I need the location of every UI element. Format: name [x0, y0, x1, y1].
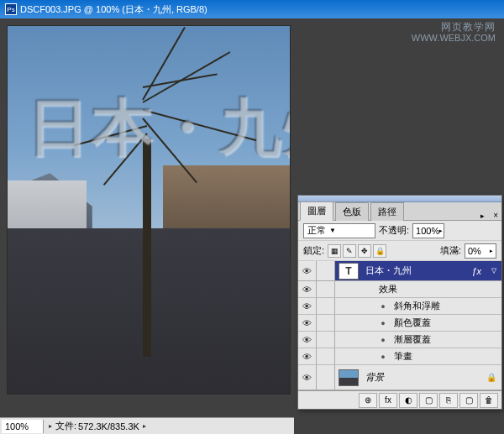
effect-name: 筆畫: [391, 350, 501, 363]
panel-tabs: 圖層 色版 路徑 ▸ ×: [298, 202, 501, 221]
chevron-down-icon: ▼: [329, 227, 336, 234]
adjustment-layer-button[interactable]: ▢: [419, 393, 438, 408]
layer-mask-button[interactable]: ◐: [399, 393, 417, 408]
layer-name[interactable]: 日本・九州: [362, 264, 466, 277]
effect-name: 斜角和浮雕: [391, 300, 501, 312]
lock-icon: 🔒: [481, 373, 501, 382]
link-cell[interactable]: [317, 365, 335, 390]
lock-pixels-button[interactable]: ✎: [343, 244, 356, 258]
opacity-input[interactable]: 100%▸: [412, 223, 444, 238]
chevron-right-icon: ▸: [439, 227, 443, 234]
layer-list: 👁 T 日本・九州 ƒx ▽ 👁 效果 👁 ● 斜角和浮雕 👁: [298, 261, 501, 390]
effect-name: 顏色覆蓋: [391, 316, 501, 329]
panel-close-icon[interactable]: ×: [490, 211, 501, 220]
visibility-toggle[interactable]: 👁: [298, 281, 317, 297]
chevron-right-icon: ▸: [490, 248, 493, 254]
bullet-icon: ●: [375, 336, 391, 344]
layer-name[interactable]: 背景: [362, 371, 481, 384]
visibility-toggle[interactable]: 👁: [298, 348, 317, 364]
tab-layers[interactable]: 圖層: [300, 201, 333, 221]
layer-text[interactable]: 👁 T 日本・九州 ƒx ▽: [298, 261, 501, 281]
text-layer-overlay: 日本・九州: [28, 86, 290, 170]
tab-paths[interactable]: 路徑: [370, 202, 404, 221]
text-layer-thumb: T: [339, 263, 359, 280]
fx-collapse-icon[interactable]: ▽: [486, 267, 501, 275]
effect-gradient-overlay[interactable]: 👁 ● 漸層覆蓋: [298, 332, 501, 348]
fill-input[interactable]: 0%▸: [465, 243, 496, 259]
lock-label: 鎖定:: [303, 244, 324, 257]
lock-buttons: ▦ ✎ ✥ 🔒: [328, 244, 386, 258]
group-button[interactable]: ⎘: [439, 393, 458, 408]
new-layer-button[interactable]: ▢: [459, 393, 478, 408]
delete-layer-button[interactable]: 🗑: [480, 393, 498, 408]
bullet-icon: ●: [375, 319, 391, 327]
effects-label: 效果: [375, 283, 501, 295]
effect-name: 漸層覆蓋: [391, 333, 501, 346]
doc-size-label: 文件:: [55, 420, 76, 432]
blend-mode-select[interactable]: 正常▼: [303, 223, 375, 238]
link-cell[interactable]: [317, 261, 335, 280]
fx-badge[interactable]: ƒx: [466, 266, 486, 276]
visibility-toggle[interactable]: 👁: [298, 332, 317, 348]
lock-transparency-button[interactable]: ▦: [328, 244, 341, 258]
zoom-menu-icon[interactable]: ▸: [49, 422, 52, 430]
fill-label: 填滿:: [440, 244, 461, 257]
bg-layer-thumb: [339, 369, 359, 386]
app-icon: Ps: [5, 3, 17, 15]
window-titlebar[interactable]: Ps DSCF003.JPG @ 100% (日本・九州, RGB/8): [0, 0, 504, 18]
visibility-toggle[interactable]: 👁: [298, 365, 317, 390]
document-canvas[interactable]: 日本・九州: [7, 25, 291, 395]
layers-panel: 圖層 色版 路徑 ▸ × 正常▼ 不透明: 100%▸ 鎖定: ▦ ✎ ✥ 🔒 …: [297, 195, 502, 410]
lock-all-button[interactable]: 🔒: [373, 244, 386, 258]
zoom-input[interactable]: 100%: [2, 420, 44, 433]
window-title: DSCF003.JPG @ 100% (日本・九州, RGB/8): [20, 3, 207, 16]
document-statusbar: 100% ▸ 文件: 572.3K/835.3K ▸: [0, 417, 294, 434]
panel-footer: ⊛ fx ◐ ▢ ⎘ ▢ 🗑: [298, 390, 501, 409]
effects-group[interactable]: 👁 效果: [298, 281, 501, 298]
doc-info-menu-icon[interactable]: ▸: [143, 422, 146, 430]
doc-size-value: 572.3K/835.3K: [78, 421, 139, 431]
effect-color-overlay[interactable]: 👁 ● 顏色覆蓋: [298, 315, 501, 332]
effect-bevel[interactable]: 👁 ● 斜角和浮雕: [298, 298, 501, 315]
photo-content: 日本・九州: [8, 26, 290, 394]
link-layers-button[interactable]: ⊛: [359, 393, 377, 408]
visibility-toggle[interactable]: 👁: [298, 298, 317, 314]
layer-style-button[interactable]: fx: [379, 393, 397, 408]
bullet-icon: ●: [375, 353, 391, 361]
site-watermark: 网页教学网 WWW.WEBJX.COM: [412, 22, 496, 43]
opacity-label: 不透明:: [379, 224, 409, 237]
effect-stroke[interactable]: 👁 ● 筆畫: [298, 348, 501, 365]
tab-channels[interactable]: 色版: [335, 202, 369, 221]
panel-menu-icon[interactable]: ▸: [475, 212, 490, 220]
visibility-toggle[interactable]: 👁: [298, 315, 317, 331]
lock-position-button[interactable]: ✥: [358, 244, 371, 258]
layer-background[interactable]: 👁 背景 🔒: [298, 365, 501, 390]
visibility-toggle[interactable]: 👁: [298, 261, 317, 280]
bullet-icon: ●: [375, 302, 391, 311]
